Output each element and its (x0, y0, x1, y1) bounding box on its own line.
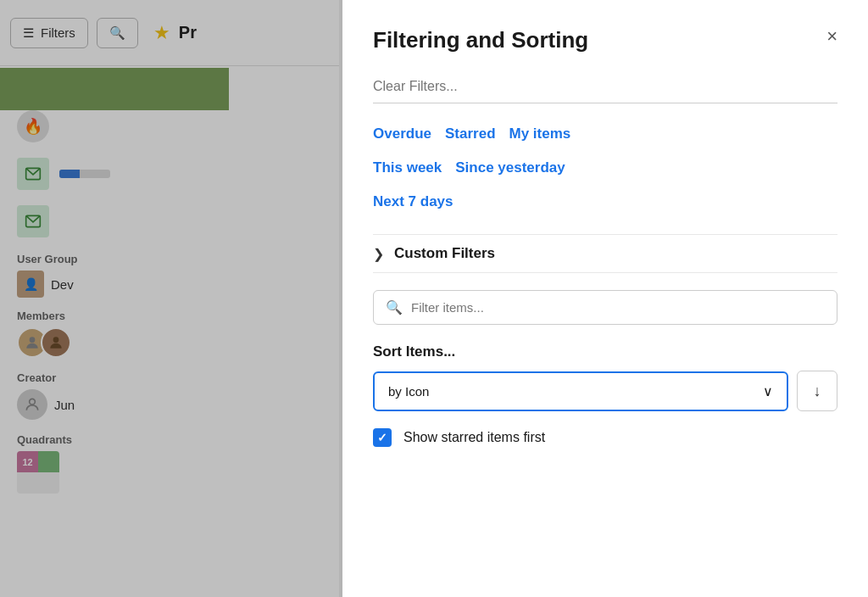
chevron-down-icon: ∨ (763, 383, 773, 399)
clear-filters-input[interactable] (373, 70, 837, 103)
filtering-sorting-dialog: Filtering and Sorting × Overdue Starred … (342, 0, 868, 597)
filter-search-box: 🔍 (373, 290, 837, 325)
checkmark-icon: ✓ (377, 431, 387, 444)
filter-items-input[interactable] (411, 300, 825, 315)
show-starred-checkbox[interactable]: ✓ (373, 428, 392, 447)
filter-next-7-days[interactable]: Next 7 days (373, 188, 467, 215)
sort-label: Sort Items... (373, 343, 837, 360)
dialog-title: Filtering and Sorting (373, 27, 588, 53)
sort-selected-value: by Icon (388, 384, 429, 399)
filter-my-items[interactable]: My items (509, 120, 585, 148)
sort-select[interactable]: by Icon ∨ (373, 371, 788, 411)
sort-direction-button[interactable]: ↓ (797, 371, 837, 411)
filter-search-icon: 🔍 (386, 299, 403, 315)
filter-this-week[interactable]: This week (373, 154, 455, 181)
sort-row: by Icon ∨ ↓ (373, 371, 837, 411)
dialog-header: Filtering and Sorting × (373, 27, 837, 53)
show-starred-row[interactable]: ✓ Show starred items first (373, 428, 837, 447)
arrow-down-icon: ↓ (814, 382, 821, 400)
filter-starred[interactable]: Starred (445, 120, 509, 148)
close-button[interactable]: × (826, 27, 837, 46)
filter-since-yesterday[interactable]: Since yesterday (455, 154, 578, 181)
show-starred-label: Show starred items first (403, 430, 545, 445)
filter-overdue[interactable]: Overdue (373, 120, 445, 148)
custom-filters-label: Custom Filters (394, 245, 495, 262)
chevron-right-icon: ❯ (373, 246, 384, 262)
custom-filters-row[interactable]: ❯ Custom Filters (373, 234, 837, 273)
quick-filters-group: Overdue Starred My items This week Since… (373, 120, 837, 215)
